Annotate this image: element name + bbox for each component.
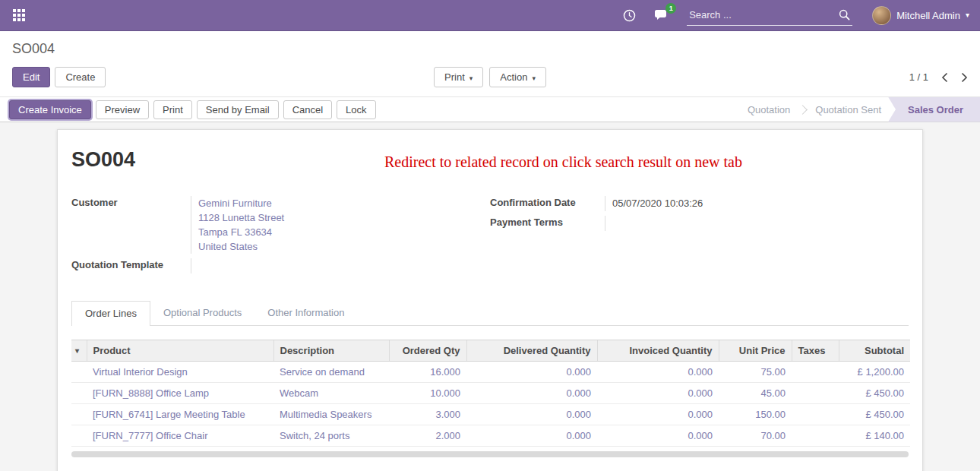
- chevron-down-icon: ▾: [469, 74, 473, 82]
- table-row[interactable]: Virtual Interior Design Service on deman…: [71, 362, 910, 383]
- cell-description[interactable]: Multimedia Speakers: [273, 404, 389, 425]
- cell-product[interactable]: [FURN_6741] Large Meeting Table: [87, 404, 273, 425]
- customer-name[interactable]: Gemini Furniture: [198, 196, 490, 210]
- cancel-button[interactable]: Cancel: [283, 100, 332, 119]
- cell-taxes[interactable]: [792, 362, 839, 383]
- edit-button[interactable]: Edit: [12, 67, 50, 87]
- cell-product[interactable]: [FURN_8888] Office Lamp: [87, 383, 273, 404]
- quotation-template-label: Quotation Template: [71, 258, 191, 273]
- create-button[interactable]: Create: [55, 67, 106, 87]
- column-header-delivered-quantity[interactable]: Delivered Quantity: [466, 340, 597, 362]
- field-customer: Customer Gemini Furniture 1128 Lunetta S…: [71, 196, 490, 254]
- activities-menu[interactable]: [623, 9, 636, 22]
- lock-button[interactable]: Lock: [337, 100, 375, 119]
- group-caret-icon[interactable]: ▾: [71, 340, 87, 362]
- tab-order-lines[interactable]: Order Lines: [71, 301, 150, 326]
- cell-subtotal[interactable]: £ 450.00: [839, 404, 910, 425]
- cell-product[interactable]: [FURN_7777] Office Chair: [87, 425, 273, 447]
- avatar: [872, 6, 891, 25]
- print-dropdown[interactable]: Print▾: [434, 67, 483, 87]
- cell-ordered-qty[interactable]: 16.000: [389, 362, 466, 383]
- messages-menu[interactable]: 1: [654, 9, 669, 21]
- confirmation-date-label: Confirmation Date: [490, 196, 605, 211]
- cell-unit-price[interactable]: 150.00: [719, 404, 792, 425]
- chevron-left-icon: [941, 72, 948, 83]
- cell-invoiced-qty[interactable]: 0.000: [597, 362, 719, 383]
- annotation-note: Redirect to related record on click sear…: [384, 153, 742, 171]
- search-input[interactable]: [689, 9, 839, 21]
- column-header-description[interactable]: Description: [273, 340, 389, 362]
- column-header-unit-price[interactable]: Unit Price: [719, 340, 792, 362]
- cell-product[interactable]: Virtual Interior Design: [87, 362, 273, 383]
- control-panel: SO004 Edit Create Print▾ Action▾ 1 / 1: [0, 31, 980, 96]
- tab-other-information[interactable]: Other Information: [254, 301, 357, 325]
- cell-subtotal[interactable]: £ 450.00: [839, 383, 910, 404]
- customer-street: 1128 Lunetta Street: [198, 210, 490, 225]
- cell-unit-price[interactable]: 75.00: [719, 362, 792, 383]
- state-quotation[interactable]: Quotation: [738, 97, 799, 122]
- cell-invoiced-qty[interactable]: 0.000: [597, 425, 719, 447]
- state-sales-order[interactable]: Sales Order: [888, 97, 980, 122]
- apps-menu-button[interactable]: [11, 7, 27, 24]
- field-groups: Customer Gemini Furniture 1128 Lunetta S…: [71, 196, 909, 278]
- form-content: SO004 Redirect to related record on clic…: [0, 122, 980, 471]
- control-panel-buttons: Edit Create Print▾ Action▾ 1 / 1: [12, 67, 968, 96]
- pager-value[interactable]: 1 / 1: [909, 71, 928, 83]
- search-icon[interactable]: [839, 9, 850, 21]
- table-row[interactable]: [FURN_8888] Office Lamp Webcam 10.000 0.…: [71, 383, 910, 404]
- print-button[interactable]: Print: [153, 100, 192, 119]
- cell-taxes[interactable]: [792, 425, 839, 447]
- cell-delivered-qty[interactable]: 0.000: [466, 362, 597, 383]
- cell-subtotal[interactable]: £ 140.00: [839, 425, 910, 447]
- top-navbar: 1 Mitchell Admin ▾: [0, 0, 980, 31]
- column-header-ordered-qty[interactable]: Ordered Qty: [389, 340, 466, 362]
- table-row[interactable]: [FURN_6741] Large Meeting Table Multimed…: [71, 404, 910, 425]
- cell-unit-price[interactable]: 70.00: [719, 425, 792, 447]
- chevron-down-icon: ▾: [532, 74, 536, 82]
- user-menu[interactable]: Mitchell Admin ▾: [872, 6, 969, 25]
- pager-previous-button[interactable]: [941, 72, 948, 83]
- cell-invoiced-qty[interactable]: 0.000: [597, 383, 719, 404]
- pager-next-button[interactable]: [961, 72, 968, 83]
- user-name: Mitchell Admin: [896, 10, 960, 21]
- payment-terms-value: [605, 216, 909, 231]
- quotation-template-value: [191, 258, 490, 273]
- action-dropdown[interactable]: Action▾: [489, 67, 546, 87]
- table-row[interactable]: [FURN_7777] Office Chair Switch, 24 port…: [71, 425, 910, 447]
- cell-ordered-qty[interactable]: 10.000: [389, 383, 466, 404]
- cell-delivered-qty[interactable]: 0.000: [466, 383, 597, 404]
- chevron-right-icon: [961, 72, 968, 83]
- column-header-subtotal[interactable]: Subtotal: [839, 340, 910, 362]
- cell-delivered-qty[interactable]: 0.000: [466, 425, 597, 447]
- state-quotation-sent[interactable]: Quotation Sent: [806, 97, 890, 122]
- create-invoice-button[interactable]: Create Invoice: [9, 100, 91, 119]
- cell-subtotal[interactable]: £ 1,200.00: [839, 362, 910, 383]
- cell-taxes[interactable]: [792, 404, 839, 425]
- confirmation-date-value: 05/07/2020 10:03:26: [605, 196, 909, 211]
- cell-ordered-qty[interactable]: 3.000: [389, 404, 466, 425]
- cell-description[interactable]: Webcam: [273, 383, 389, 404]
- cell-taxes[interactable]: [792, 383, 839, 404]
- order-lines-table: ▾ Product Description Ordered Qty Delive…: [71, 340, 910, 447]
- breadcrumb: SO004: [12, 41, 968, 57]
- cell-invoiced-qty[interactable]: 0.000: [597, 404, 719, 425]
- search-bar[interactable]: [687, 5, 852, 26]
- preview-button[interactable]: Preview: [96, 100, 149, 119]
- form-sheet: SO004 Redirect to related record on clic…: [57, 129, 923, 471]
- column-header-product[interactable]: Product: [87, 340, 273, 362]
- form-statusbar: Create Invoice Preview Print Send by Ema…: [0, 96, 980, 122]
- column-header-taxes[interactable]: Taxes: [792, 340, 839, 362]
- status-pipeline: Quotation Quotation Sent Sales Order: [738, 97, 980, 122]
- send-by-email-button[interactable]: Send by Email: [197, 100, 279, 119]
- horizontal-scrollbar[interactable]: [71, 451, 909, 457]
- cell-ordered-qty[interactable]: 2.000: [389, 425, 466, 447]
- customer-value-link[interactable]: Gemini Furniture 1128 Lunetta Street Tam…: [191, 196, 490, 254]
- cell-description[interactable]: Service on demand: [273, 362, 389, 383]
- tab-optional-products[interactable]: Optional Products: [150, 301, 254, 325]
- cell-description[interactable]: Switch, 24 ports: [273, 425, 389, 447]
- cell-unit-price[interactable]: 45.00: [719, 383, 792, 404]
- customer-country: United States: [198, 239, 490, 254]
- cell-delivered-qty[interactable]: 0.000: [466, 404, 597, 425]
- column-header-invoiced-quantity[interactable]: Invoiced Quantity: [597, 340, 719, 362]
- notebook-tabs: Order Lines Optional Products Other Info…: [71, 301, 909, 326]
